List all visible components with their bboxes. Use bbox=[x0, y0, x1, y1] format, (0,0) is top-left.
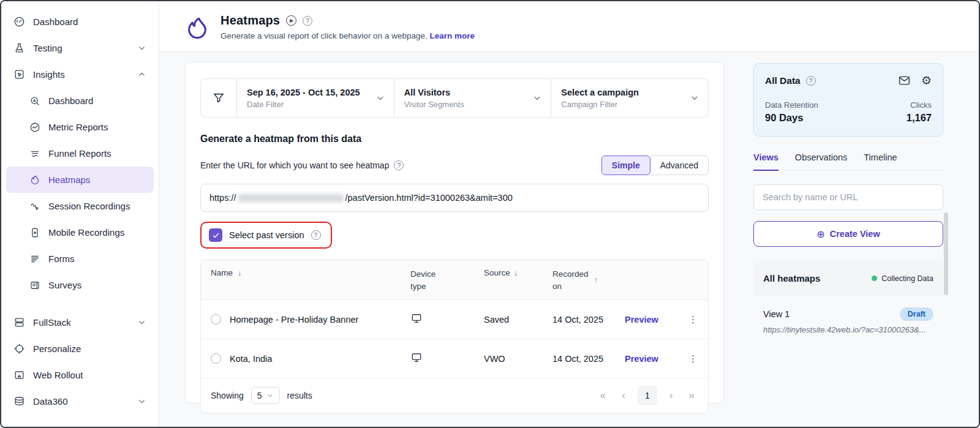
generate-heading: Generate a heatmap from this data bbox=[200, 133, 709, 145]
sidebar-item-label: Mobile Recordings bbox=[48, 227, 124, 238]
col-header-recorded-on[interactable]: Recorded on bbox=[552, 268, 590, 292]
preview-link[interactable]: Preview bbox=[625, 315, 658, 325]
insights-icon bbox=[13, 69, 25, 80]
all-heatmaps-label: All heatmaps bbox=[763, 273, 820, 283]
plus-circle-icon: ⊕ bbox=[816, 228, 824, 240]
row-radio-button[interactable] bbox=[211, 353, 221, 364]
col-header-source[interactable]: Source bbox=[484, 268, 510, 277]
view-url: https://tinytestsite.42web.io/?ac=310002… bbox=[763, 325, 933, 334]
heatmap-generator-card: Sep 16, 2025 - Oct 15, 2025 Date Filter … bbox=[185, 62, 724, 404]
tab-observations[interactable]: Observations bbox=[795, 152, 847, 170]
learn-more-link[interactable]: Learn more bbox=[429, 31, 475, 40]
sidebar-item-data360[interactable]: Data360 bbox=[1, 388, 159, 415]
create-view-button[interactable]: ⊕ Create View bbox=[753, 221, 943, 247]
chevron-down-icon bbox=[266, 392, 274, 399]
visitor-segments-value: All Visitors bbox=[404, 88, 541, 97]
sidebar-item-label: Dashboard bbox=[33, 17, 78, 27]
campaign-filter-dropdown[interactable]: Select a campaign Campaign Filter bbox=[551, 79, 708, 117]
sidebar-item-surveys[interactable]: Surveys bbox=[1, 272, 159, 298]
first-page-button[interactable]: « bbox=[597, 389, 609, 402]
sidebar-item-heatmaps[interactable]: Heatmaps bbox=[6, 167, 154, 193]
chevron-down-icon bbox=[137, 318, 146, 327]
date-filter-dropdown[interactable]: Sep 16, 2025 - Oct 15, 2025 Date Filter bbox=[236, 79, 394, 117]
play-video-icon[interactable]: ▶ bbox=[286, 15, 296, 26]
last-page-button[interactable]: » bbox=[685, 389, 698, 402]
sort-asc-icon[interactable]: ↑ bbox=[594, 274, 598, 292]
sidebar-item-label: Metric Reports bbox=[48, 122, 108, 132]
status-dot bbox=[872, 276, 877, 281]
create-view-label: Create View bbox=[830, 229, 880, 239]
sidebar-item-personalize[interactable]: Personalize bbox=[1, 336, 159, 362]
search-input[interactable] bbox=[753, 184, 943, 210]
view-list-item[interactable]: View 1 Draft https://tinytestsite.42web.… bbox=[753, 307, 943, 334]
sidebar-item-insights[interactable]: Insights bbox=[1, 61, 159, 88]
kebab-menu-icon[interactable]: ⋮ bbox=[688, 353, 698, 364]
sidebar-item-session-recordings[interactable]: Session Recordings bbox=[1, 193, 159, 219]
heatmap-url-input[interactable]: https:// /pastVersion.html?id=31000263&a… bbox=[200, 184, 709, 212]
scrollbar-thumb[interactable] bbox=[944, 212, 948, 295]
url-input-label: Enter the URL for which you want to see … bbox=[200, 160, 389, 170]
sidebar-item-label: Surveys bbox=[48, 280, 81, 290]
sidebar-item-dashboard[interactable]: Dashboard bbox=[1, 9, 159, 35]
sidebar-item-insights-dashboard[interactable]: Dashboard bbox=[1, 88, 159, 114]
kebab-menu-icon[interactable]: ⋮ bbox=[688, 314, 698, 325]
server-stack-icon bbox=[13, 317, 25, 328]
flask-icon bbox=[13, 42, 25, 54]
table-row[interactable]: Homepage - Pre-Holiday Banner Saved 14 O… bbox=[201, 300, 708, 339]
sidebar-item-label: Funnel Reports bbox=[48, 148, 111, 159]
database-icon bbox=[13, 396, 25, 407]
all-data-card: All Data ? ⚙ Data Retention 90 Days bbox=[753, 63, 943, 137]
main-area: Heatmaps ▶ ? Generate a visual report of… bbox=[159, 1, 979, 427]
page-header: Heatmaps ▶ ? Generate a visual report of… bbox=[159, 1, 979, 52]
simple-toggle-button[interactable]: Simple bbox=[601, 156, 650, 175]
sidebar-item-web-rollout[interactable]: Web Rollout bbox=[1, 362, 159, 388]
sidebar-item-fullstack[interactable]: FullStack bbox=[1, 309, 159, 336]
campaign-filter-value: Select a campaign bbox=[561, 88, 698, 97]
prev-page-button[interactable]: ‹ bbox=[618, 389, 629, 402]
col-header-name[interactable]: Name bbox=[211, 268, 233, 277]
chevron-down-icon bbox=[137, 43, 146, 53]
sidebar-item-funnel-reports[interactable]: Funnel Reports bbox=[1, 140, 159, 167]
view-name: View 1 bbox=[763, 309, 790, 319]
per-page-select[interactable]: 5 bbox=[251, 387, 280, 404]
table-row[interactable]: Kota, India VWO 14 Oct, 2025 Preview ⋮ bbox=[201, 339, 708, 378]
sidebar-item-label: Insights bbox=[33, 69, 65, 80]
sidebar-item-testing[interactable]: Testing bbox=[1, 35, 159, 61]
current-page-button[interactable]: 1 bbox=[638, 386, 657, 405]
row-radio-button[interactable] bbox=[211, 314, 221, 325]
sort-desc-icon[interactable]: ↓ bbox=[238, 269, 241, 277]
tab-views[interactable]: Views bbox=[753, 152, 778, 171]
gear-icon[interactable]: ⚙ bbox=[921, 75, 932, 86]
help-icon[interactable]: ? bbox=[394, 160, 404, 170]
sidebar-item-mobile-recordings[interactable]: Mobile Recordings bbox=[1, 219, 159, 246]
surveys-icon bbox=[29, 280, 40, 291]
next-page-button[interactable]: › bbox=[666, 389, 677, 402]
select-past-version-checkbox[interactable] bbox=[209, 228, 222, 242]
gauge-icon bbox=[13, 16, 25, 28]
row-date: 14 Oct, 2025 bbox=[552, 315, 603, 325]
visitor-segments-dropdown[interactable]: All Visitors Visitor Segments bbox=[394, 79, 551, 117]
sidebar-item-label: Dashboard bbox=[48, 96, 93, 106]
preview-link[interactable]: Preview bbox=[625, 354, 658, 364]
showing-label: Showing bbox=[211, 391, 244, 400]
help-icon[interactable]: ? bbox=[311, 230, 321, 240]
sidebar-item-label: Personalize bbox=[33, 344, 81, 354]
col-header-device-type[interactable]: Device type bbox=[410, 268, 446, 292]
help-icon[interactable]: ? bbox=[303, 16, 312, 26]
sidebar-item-forms[interactable]: Forms bbox=[1, 246, 159, 272]
page-subtitle: Generate a visual report of click behavi… bbox=[221, 31, 428, 40]
all-heatmaps-row[interactable]: All heatmaps Collecting Data bbox=[753, 260, 943, 296]
url-suffix: /pastVersion.html?id=31000263&amit=300 bbox=[345, 193, 513, 203]
envelope-icon[interactable] bbox=[898, 74, 911, 87]
metric-wave-icon bbox=[29, 122, 40, 133]
tab-timeline[interactable]: Timeline bbox=[864, 152, 897, 170]
sidebar-item-label: Data360 bbox=[33, 396, 68, 407]
help-icon[interactable]: ? bbox=[806, 76, 816, 86]
sort-desc-icon[interactable]: ↓ bbox=[514, 269, 518, 277]
sidebar-item-metric-reports[interactable]: Metric Reports bbox=[1, 114, 159, 140]
filter-funnel-cell[interactable] bbox=[201, 79, 236, 117]
data-retention-label: Data Retention bbox=[765, 100, 818, 110]
sidebar-item-label: Forms bbox=[48, 253, 75, 264]
advanced-toggle-button[interactable]: Advanced bbox=[650, 156, 709, 175]
sidebar-divider-gap bbox=[1, 298, 159, 309]
